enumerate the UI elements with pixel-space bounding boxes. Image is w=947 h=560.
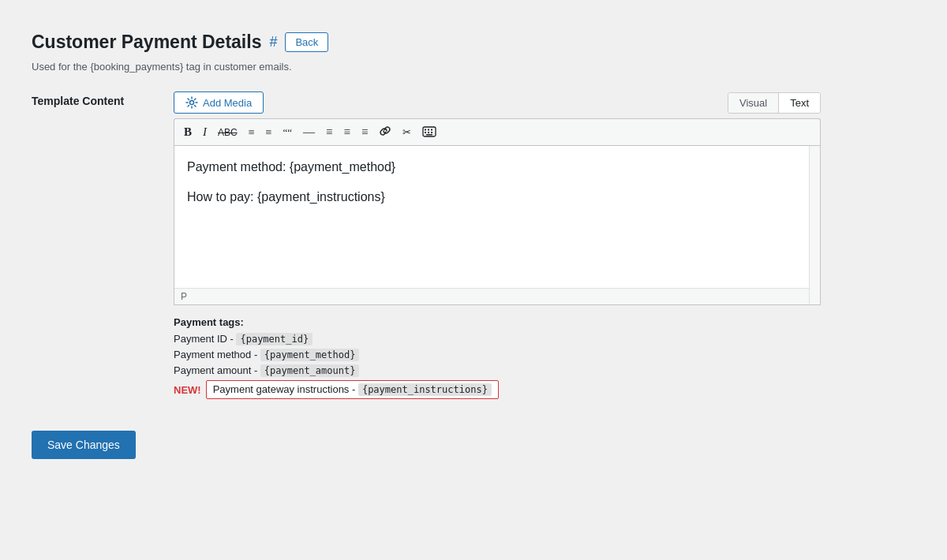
new-badge: NEW! xyxy=(174,384,201,396)
tab-visual[interactable]: Visual xyxy=(728,93,779,113)
svg-rect-5 xyxy=(425,132,426,133)
link-button[interactable] xyxy=(374,122,396,142)
editor-status-bar: P ⤸ xyxy=(174,288,820,304)
svg-rect-2 xyxy=(425,129,426,130)
tag-code-payment-amount: {payment_amount} xyxy=(260,364,360,377)
keyboard-button[interactable] xyxy=(417,123,441,142)
template-content-row: Template Content Add Media Visual Text xyxy=(32,91,915,399)
new-tag-code: {payment_instructions} xyxy=(358,383,492,396)
status-text: P xyxy=(181,291,187,302)
tag-code-payment-method: {payment_method} xyxy=(260,349,360,361)
align-right-button[interactable]: ≡ xyxy=(357,123,372,141)
anchor-link[interactable]: # xyxy=(269,34,277,50)
page-title: Customer Payment Details xyxy=(32,32,261,53)
svg-point-0 xyxy=(190,101,194,105)
editor-scrollbar[interactable] xyxy=(809,146,820,304)
save-section: Save Changes xyxy=(32,431,915,459)
unlink-button[interactable]: ✂ xyxy=(398,124,416,140)
tag-label-payment-id: Payment ID - xyxy=(174,333,236,345)
page-header: Customer Payment Details # Back xyxy=(32,32,915,53)
tag-code-payment-id: {payment_id} xyxy=(236,333,313,345)
back-button[interactable]: Back xyxy=(285,32,328,52)
save-button[interactable]: Save Changes xyxy=(32,431,136,459)
link-icon xyxy=(379,125,391,136)
template-label: Template Content xyxy=(32,91,158,107)
add-media-button[interactable]: Add Media xyxy=(174,91,264,114)
svg-rect-3 xyxy=(428,129,429,130)
horizontal-rule-button[interactable]: — xyxy=(298,123,320,141)
tag-row-payment-amount: Payment amount - {payment_amount} xyxy=(174,364,821,377)
unordered-list-button[interactable]: ≡ xyxy=(244,124,260,141)
new-tag-label: Payment gateway instructions - xyxy=(213,383,358,395)
tags-title: Payment tags: xyxy=(174,316,821,328)
media-icon xyxy=(185,96,198,109)
tab-text[interactable]: Text xyxy=(779,93,820,113)
blockquote-button[interactable]: ““ xyxy=(279,124,298,140)
keyboard-icon xyxy=(422,126,436,137)
editor-content[interactable]: Payment method: {payment_method} How to … xyxy=(174,146,820,288)
align-left-button[interactable]: ≡ xyxy=(321,123,337,141)
svg-rect-4 xyxy=(431,129,432,130)
italic-button[interactable]: I xyxy=(198,123,211,141)
svg-rect-8 xyxy=(426,134,432,136)
editor-content-wrap: Payment method: {payment_method} How to … xyxy=(174,145,821,305)
align-center-button[interactable]: ≡ xyxy=(339,123,355,141)
tag-label-payment-method: Payment method - xyxy=(174,349,260,360)
payment-tags-section: Payment tags: Payment ID - {payment_id} … xyxy=(174,316,821,399)
tag-row-payment-method: Payment method - {payment_method} xyxy=(174,349,821,361)
strikethrough-button[interactable]: ABC xyxy=(213,125,242,140)
svg-rect-6 xyxy=(428,132,429,133)
tag-row-payment-id: Payment ID - {payment_id} xyxy=(174,333,821,345)
add-media-label: Add Media xyxy=(203,97,252,109)
editor-topbar: Add Media Visual Text xyxy=(174,91,821,114)
bold-button[interactable]: B xyxy=(179,123,197,141)
svg-rect-7 xyxy=(431,132,432,133)
page-wrapper: Customer Payment Details # Back Used for… xyxy=(16,16,931,475)
view-tabs: Visual Text xyxy=(728,92,821,114)
content-line-2: How to pay: {payment_instructions} xyxy=(187,187,807,207)
tag-label-payment-amount: Payment amount - xyxy=(174,364,260,376)
content-line-1: Payment method: {payment_method} xyxy=(187,157,807,177)
editor-toolbar: B I ABC ≡ ≡ ““ — ≡ ≡ ≡ ✂ xyxy=(174,118,821,145)
ordered-list-button[interactable]: ≡ xyxy=(261,124,277,141)
new-tag-content: Payment gateway instructions - {payment_… xyxy=(206,380,499,399)
subtitle: Used for the {booking_payments} tag in c… xyxy=(32,61,915,73)
tag-row-new: NEW! Payment gateway instructions - {pay… xyxy=(174,380,821,399)
editor-container: Add Media Visual Text B I ABC ≡ ≡ ““ — ≡… xyxy=(174,91,821,399)
